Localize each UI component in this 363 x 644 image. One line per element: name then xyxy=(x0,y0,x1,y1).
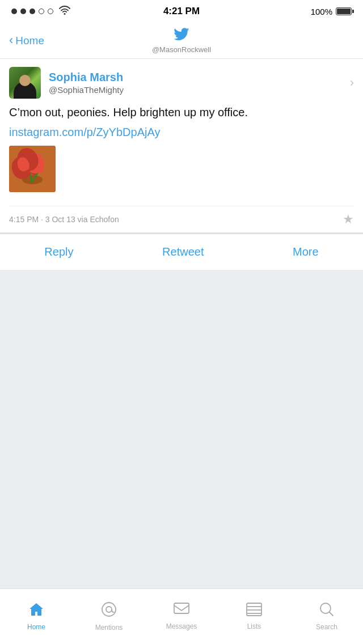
tab-messages[interactable]: Messages xyxy=(145,598,218,635)
retweet-button[interactable]: Retweet xyxy=(151,243,215,261)
mentions-icon xyxy=(101,601,117,621)
status-time: 4:21 PM xyxy=(163,6,200,17)
avatar xyxy=(9,67,41,99)
svg-point-1 xyxy=(22,175,43,184)
svg-point-14 xyxy=(102,603,116,616)
more-button[interactable]: More xyxy=(281,243,330,261)
tweet-author-area[interactable]: Sophia Marsh @SophiaTheMighty xyxy=(9,67,124,99)
tab-lists[interactable]: Lists xyxy=(218,598,290,635)
signal-dot-1 xyxy=(11,9,17,14)
svg-point-15 xyxy=(106,607,112,612)
actions-bar: Reply Retweet More xyxy=(0,234,363,270)
tweet-card: Sophia Marsh @SophiaTheMighty › C’mon ou… xyxy=(0,59,363,233)
tab-bar: Home Mentions Messages xyxy=(0,588,363,644)
tab-mentions[interactable]: Mentions xyxy=(73,597,145,636)
svg-point-4 xyxy=(19,160,27,168)
signal-dot-2 xyxy=(20,9,26,14)
tab-search[interactable]: Search xyxy=(290,598,363,635)
content-area: Sophia Marsh @SophiaTheMighty › C’mon ou… xyxy=(0,59,363,588)
tab-search-label: Search xyxy=(316,623,337,631)
tweet-timestamp: 4:15 PM · 3 Oct 13 via Echofon xyxy=(9,215,119,224)
tweet-footer: 4:15 PM · 3 Oct 13 via Echofon ★ xyxy=(9,206,354,232)
signal-dot-3 xyxy=(29,9,35,14)
messages-icon xyxy=(174,603,189,620)
tweet-body: C’mon out, peonies. Help brighten up my … xyxy=(9,104,354,206)
tweet-link[interactable]: instagram.com/p/ZyYbDpAjAy xyxy=(9,126,354,139)
twitter-bird-icon xyxy=(174,28,189,45)
home-icon xyxy=(28,602,44,621)
wifi-icon xyxy=(59,6,70,17)
reply-button[interactable]: Reply xyxy=(33,243,85,261)
status-bar: 4:21 PM 100% xyxy=(0,0,363,23)
back-label: Home xyxy=(15,35,44,47)
avatar-image xyxy=(9,67,41,99)
svg-point-12 xyxy=(27,163,31,168)
back-button[interactable]: ‹ Home xyxy=(9,33,44,48)
tweet-text: C’mon out, peonies. Help brighten up my … xyxy=(9,104,354,120)
signal-dot-4 xyxy=(39,9,44,14)
user-name: Sophia Marsh xyxy=(49,71,124,84)
signal-area xyxy=(11,6,70,17)
signal-dot-5 xyxy=(48,9,53,14)
battery-area: 100% xyxy=(311,7,352,16)
chevron-right-icon: › xyxy=(350,75,354,90)
tweet-image-thumbnail[interactable] xyxy=(9,146,56,192)
svg-rect-16 xyxy=(174,603,189,613)
battery-icon xyxy=(336,7,352,15)
tab-lists-label: Lists xyxy=(247,622,261,630)
user-info: Sophia Marsh @SophiaTheMighty xyxy=(49,71,124,95)
lists-icon xyxy=(246,603,262,620)
tab-messages-label: Messages xyxy=(166,622,197,630)
search-icon xyxy=(319,602,334,621)
user-handle: @SophiaTheMighty xyxy=(49,85,124,95)
star-icon[interactable]: ★ xyxy=(343,212,354,227)
svg-line-22 xyxy=(330,612,334,616)
empty-area xyxy=(0,270,363,588)
tweet-header[interactable]: Sophia Marsh @SophiaTheMighty › xyxy=(9,67,354,99)
tab-mentions-label: Mentions xyxy=(95,624,123,632)
svg-point-3 xyxy=(25,158,33,166)
chevron-left-icon: ‹ xyxy=(9,33,13,48)
nav-bar: ‹ Home @MasonRockwell xyxy=(0,23,363,59)
battery-percent: 100% xyxy=(311,7,332,16)
svg-point-13 xyxy=(35,160,40,165)
nav-center: @MasonRockwell xyxy=(152,28,211,54)
twitter-handle: @MasonRockwell xyxy=(152,45,211,54)
tab-home[interactable]: Home xyxy=(0,598,73,635)
tab-home-label: Home xyxy=(27,623,45,631)
